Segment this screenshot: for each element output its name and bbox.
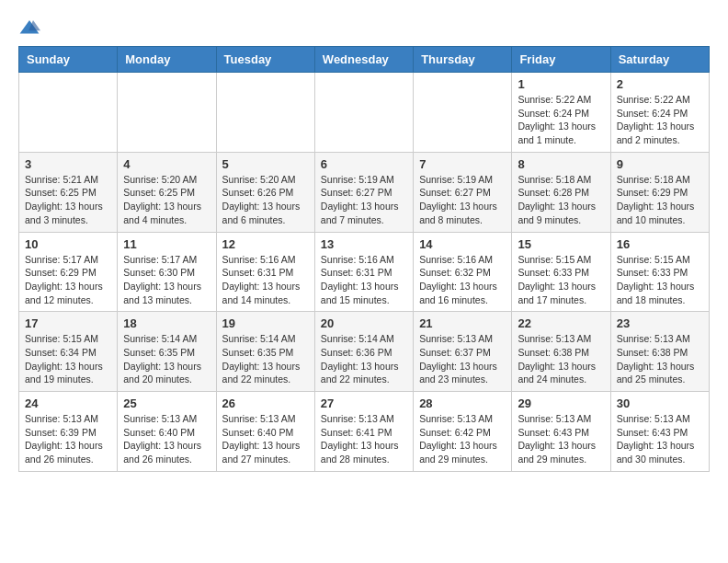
- day-info: Sunrise: 5:14 AM Sunset: 6:35 PM Dayligh…: [123, 332, 210, 386]
- calendar-header-row: SundayMondayTuesdayWednesdayThursdayFrid…: [19, 47, 710, 73]
- day-info: Sunrise: 5:22 AM Sunset: 6:24 PM Dayligh…: [617, 93, 703, 147]
- day-number: 14: [419, 237, 506, 251]
- day-info: Sunrise: 5:15 AM Sunset: 6:34 PM Dayligh…: [25, 332, 111, 386]
- calendar-week-row: 24Sunrise: 5:13 AM Sunset: 6:39 PM Dayli…: [19, 392, 710, 472]
- day-info: Sunrise: 5:13 AM Sunset: 6:43 PM Dayligh…: [617, 412, 703, 466]
- calendar-header-saturday: Saturday: [610, 47, 709, 73]
- calendar-header-thursday: Thursday: [414, 47, 512, 73]
- day-info: Sunrise: 5:13 AM Sunset: 6:40 PM Dayligh…: [123, 412, 210, 466]
- day-number: 12: [222, 237, 309, 251]
- calendar-cell: [414, 73, 512, 153]
- day-info: Sunrise: 5:22 AM Sunset: 6:24 PM Dayligh…: [518, 93, 604, 147]
- calendar-week-row: 3Sunrise: 5:21 AM Sunset: 6:25 PM Daylig…: [19, 152, 710, 232]
- page-header: [18, 18, 710, 37]
- day-info: Sunrise: 5:15 AM Sunset: 6:33 PM Dayligh…: [617, 253, 703, 307]
- calendar-cell: 6Sunrise: 5:19 AM Sunset: 6:27 PM Daylig…: [314, 152, 413, 232]
- calendar-cell: 10Sunrise: 5:17 AM Sunset: 6:29 PM Dayli…: [19, 232, 118, 312]
- day-number: 19: [222, 316, 309, 330]
- day-number: 27: [321, 396, 407, 410]
- calendar-cell: 1Sunrise: 5:22 AM Sunset: 6:24 PM Daylig…: [512, 73, 610, 153]
- day-info: Sunrise: 5:13 AM Sunset: 6:43 PM Dayligh…: [518, 412, 604, 466]
- day-number: 8: [518, 157, 604, 171]
- calendar-cell: 25Sunrise: 5:13 AM Sunset: 6:40 PM Dayli…: [118, 392, 216, 472]
- day-number: 24: [25, 396, 111, 410]
- calendar-cell: 4Sunrise: 5:20 AM Sunset: 6:25 PM Daylig…: [118, 152, 216, 232]
- calendar-cell: 24Sunrise: 5:13 AM Sunset: 6:39 PM Dayli…: [19, 392, 118, 472]
- day-number: 2: [617, 77, 703, 91]
- day-info: Sunrise: 5:17 AM Sunset: 6:30 PM Dayligh…: [123, 253, 210, 307]
- day-number: 17: [25, 316, 111, 330]
- calendar-header-tuesday: Tuesday: [216, 47, 314, 73]
- calendar-cell: 2Sunrise: 5:22 AM Sunset: 6:24 PM Daylig…: [610, 73, 709, 153]
- day-info: Sunrise: 5:17 AM Sunset: 6:29 PM Dayligh…: [25, 253, 111, 307]
- calendar-cell: [216, 73, 314, 153]
- calendar-cell: 28Sunrise: 5:13 AM Sunset: 6:42 PM Dayli…: [414, 392, 512, 472]
- day-number: 1: [518, 77, 604, 91]
- logo: [18, 18, 44, 37]
- calendar-cell: 5Sunrise: 5:20 AM Sunset: 6:26 PM Daylig…: [216, 152, 314, 232]
- day-number: 10: [25, 237, 111, 251]
- day-number: 15: [518, 237, 604, 251]
- calendar-cell: 7Sunrise: 5:19 AM Sunset: 6:27 PM Daylig…: [414, 152, 512, 232]
- day-info: Sunrise: 5:13 AM Sunset: 6:37 PM Dayligh…: [419, 332, 506, 386]
- calendar-cell: 8Sunrise: 5:18 AM Sunset: 6:28 PM Daylig…: [512, 152, 610, 232]
- calendar-cell: [19, 73, 118, 153]
- day-number: 28: [419, 396, 506, 410]
- calendar-cell: 3Sunrise: 5:21 AM Sunset: 6:25 PM Daylig…: [19, 152, 118, 232]
- day-info: Sunrise: 5:13 AM Sunset: 6:39 PM Dayligh…: [25, 412, 111, 466]
- day-number: 18: [123, 316, 210, 330]
- calendar-cell: [314, 73, 413, 153]
- calendar-week-row: 17Sunrise: 5:15 AM Sunset: 6:34 PM Dayli…: [19, 312, 710, 392]
- calendar-cell: 19Sunrise: 5:14 AM Sunset: 6:35 PM Dayli…: [216, 312, 314, 392]
- calendar-cell: [118, 73, 216, 153]
- logo-icon: [18, 18, 40, 37]
- calendar-cell: 11Sunrise: 5:17 AM Sunset: 6:30 PM Dayli…: [118, 232, 216, 312]
- calendar-cell: 15Sunrise: 5:15 AM Sunset: 6:33 PM Dayli…: [512, 232, 610, 312]
- day-number: 16: [617, 237, 703, 251]
- calendar-header-wednesday: Wednesday: [314, 47, 413, 73]
- day-info: Sunrise: 5:16 AM Sunset: 6:32 PM Dayligh…: [419, 253, 506, 307]
- day-number: 3: [25, 157, 111, 171]
- day-number: 4: [123, 157, 210, 171]
- calendar-header-friday: Friday: [512, 47, 610, 73]
- day-info: Sunrise: 5:13 AM Sunset: 6:42 PM Dayligh…: [419, 412, 506, 466]
- day-number: 21: [419, 316, 506, 330]
- day-info: Sunrise: 5:13 AM Sunset: 6:41 PM Dayligh…: [321, 412, 407, 466]
- day-info: Sunrise: 5:14 AM Sunset: 6:36 PM Dayligh…: [321, 332, 407, 386]
- day-info: Sunrise: 5:15 AM Sunset: 6:33 PM Dayligh…: [518, 253, 604, 307]
- day-number: 26: [222, 396, 309, 410]
- day-number: 29: [518, 396, 604, 410]
- day-info: Sunrise: 5:14 AM Sunset: 6:35 PM Dayligh…: [222, 332, 309, 386]
- calendar-cell: 26Sunrise: 5:13 AM Sunset: 6:40 PM Dayli…: [216, 392, 314, 472]
- day-number: 30: [617, 396, 703, 410]
- day-info: Sunrise: 5:18 AM Sunset: 6:28 PM Dayligh…: [518, 173, 604, 227]
- day-number: 20: [321, 316, 407, 330]
- day-number: 23: [617, 316, 703, 330]
- calendar-cell: 23Sunrise: 5:13 AM Sunset: 6:38 PM Dayli…: [610, 312, 709, 392]
- day-info: Sunrise: 5:13 AM Sunset: 6:40 PM Dayligh…: [222, 412, 309, 466]
- calendar-header-sunday: Sunday: [19, 47, 118, 73]
- day-number: 22: [518, 316, 604, 330]
- calendar-cell: 20Sunrise: 5:14 AM Sunset: 6:36 PM Dayli…: [314, 312, 413, 392]
- day-number: 13: [321, 237, 407, 251]
- day-info: Sunrise: 5:21 AM Sunset: 6:25 PM Dayligh…: [25, 173, 111, 227]
- day-info: Sunrise: 5:20 AM Sunset: 6:25 PM Dayligh…: [123, 173, 210, 227]
- calendar-cell: 17Sunrise: 5:15 AM Sunset: 6:34 PM Dayli…: [19, 312, 118, 392]
- day-number: 9: [617, 157, 703, 171]
- calendar-cell: 29Sunrise: 5:13 AM Sunset: 6:43 PM Dayli…: [512, 392, 610, 472]
- day-number: 6: [321, 157, 407, 171]
- day-info: Sunrise: 5:19 AM Sunset: 6:27 PM Dayligh…: [419, 173, 506, 227]
- calendar-cell: 22Sunrise: 5:13 AM Sunset: 6:38 PM Dayli…: [512, 312, 610, 392]
- day-number: 5: [222, 157, 309, 171]
- calendar-cell: 12Sunrise: 5:16 AM Sunset: 6:31 PM Dayli…: [216, 232, 314, 312]
- calendar-cell: 18Sunrise: 5:14 AM Sunset: 6:35 PM Dayli…: [118, 312, 216, 392]
- day-info: Sunrise: 5:18 AM Sunset: 6:29 PM Dayligh…: [617, 173, 703, 227]
- calendar-cell: 27Sunrise: 5:13 AM Sunset: 6:41 PM Dayli…: [314, 392, 413, 472]
- day-info: Sunrise: 5:16 AM Sunset: 6:31 PM Dayligh…: [321, 253, 407, 307]
- calendar-cell: 16Sunrise: 5:15 AM Sunset: 6:33 PM Dayli…: [610, 232, 709, 312]
- calendar-cell: 30Sunrise: 5:13 AM Sunset: 6:43 PM Dayli…: [610, 392, 709, 472]
- calendar-cell: 13Sunrise: 5:16 AM Sunset: 6:31 PM Dayli…: [314, 232, 413, 312]
- day-number: 7: [419, 157, 506, 171]
- calendar: SundayMondayTuesdayWednesdayThursdayFrid…: [18, 46, 710, 472]
- calendar-week-row: 10Sunrise: 5:17 AM Sunset: 6:29 PM Dayli…: [19, 232, 710, 312]
